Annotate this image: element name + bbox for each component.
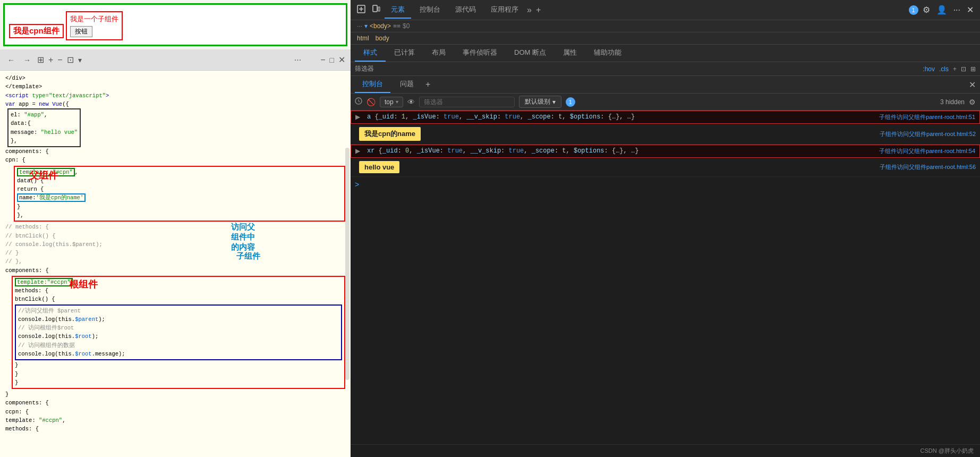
devtools-badge: 1 xyxy=(909,5,918,15)
eye-icon[interactable]: 👁 xyxy=(407,98,415,106)
entry-expand-1[interactable]: ▶ xyxy=(355,113,363,121)
dom-equals: == xyxy=(393,22,400,30)
left-panel: 我是cpn组件 我是一个子组件 按钮 ← → ⊞ + − ⊡ ▾ ··· − □… xyxy=(0,0,351,457)
more-tabs-icon[interactable]: » xyxy=(527,5,532,15)
devtools-topbar: 元素 控制台 源代码 应用程序 » + 1 ⚙ 👤 ··· ✕ xyxy=(351,0,980,20)
entry-link-1[interactable]: 子组件访问父组件parent-root.html:51 xyxy=(879,113,975,121)
console-entry-3: ▶ xr {_uid: 0, _isVue: true, __v_skip: t… xyxy=(351,145,980,158)
body-crumb[interactable]: body xyxy=(376,35,389,42)
console-filter-input[interactable] xyxy=(419,97,515,107)
entry-content-1: a {_uid: 1, _isVue: true, __v_skip: true… xyxy=(367,113,875,121)
html-body-bar: html body xyxy=(351,32,980,45)
yellow-box-2: hello vue xyxy=(359,161,399,173)
console-settings-icon[interactable]: ⚙ xyxy=(969,98,976,106)
breadcrumb-arrow: ▾ xyxy=(364,22,368,30)
close-console-btn[interactable]: ✕ xyxy=(969,80,976,90)
tab-elements[interactable]: 元素 xyxy=(385,2,411,19)
console-entries: ▶ a {_uid: 1, _isVue: true, __v_skip: tr… xyxy=(351,111,980,444)
browser-toolbar: ← → ⊞ + − ⊡ ▾ ··· − □ ✕ xyxy=(0,49,351,71)
bottom-bar: CSDN @胖头小奶虎 xyxy=(351,444,980,457)
inspect-button[interactable] xyxy=(355,3,368,17)
close-btn[interactable]: ✕ xyxy=(338,55,345,65)
add-tab-icon[interactable]: + xyxy=(534,3,543,17)
grid-icon: ⊞ xyxy=(37,55,44,65)
tab-application[interactable]: 应用程序 xyxy=(484,2,525,19)
console-tabs: 控制台 问题 + ✕ xyxy=(351,76,980,94)
breadcrumb-dots: ··· xyxy=(357,22,362,30)
cls-button[interactable]: .cls xyxy=(939,65,949,73)
tab-layout[interactable]: 布局 xyxy=(423,45,454,62)
html-crumb[interactable]: html xyxy=(357,35,369,42)
tab-styles[interactable]: 样式 xyxy=(355,45,386,62)
top-label: top xyxy=(385,98,394,106)
console-tab-main[interactable]: 控制台 xyxy=(355,76,390,93)
code-area: </div> </template> <script type="text/ja… xyxy=(0,71,351,436)
svg-rect-2 xyxy=(378,7,380,11)
devtools-settings-btn[interactable]: ⚙ xyxy=(921,3,932,17)
zoom-in-icon[interactable]: + xyxy=(48,55,53,65)
ban-icon[interactable]: 🚫 xyxy=(367,98,376,106)
devtools-close-btn[interactable]: ✕ xyxy=(965,3,976,17)
add-filter-btn[interactable]: + xyxy=(953,65,957,73)
console-prompt[interactable]: > xyxy=(351,177,980,192)
zoom-out-icon[interactable]: − xyxy=(57,55,62,65)
dom-breadcrumb: ··· ▾ <body> == $0 xyxy=(351,20,980,32)
level-arrow: ▾ xyxy=(552,98,556,106)
top-selector[interactable]: top ▾ xyxy=(380,97,403,107)
level-label: 默认级别 xyxy=(525,97,550,106)
forward-button[interactable]: → xyxy=(21,55,33,65)
tab-sources[interactable]: 源代码 xyxy=(449,2,482,19)
default-level-button[interactable]: 默认级别 ▾ xyxy=(519,96,561,108)
tab-event-listeners[interactable]: 事件侦听器 xyxy=(454,45,506,62)
entry-content-3: xr {_uid: 0, _isVue: true, __v_skip: tru… xyxy=(367,147,875,155)
preview-title: 我是cpn组件 xyxy=(9,24,64,38)
console-entry-4: hello vue 子组件访问父组件parent-root.html:56 xyxy=(351,158,980,177)
svg-rect-1 xyxy=(373,5,377,12)
preview-button[interactable]: 按钮 xyxy=(70,26,92,37)
csdn-attribution: CSDN @胖头小奶虎 xyxy=(921,447,974,454)
more-btn[interactable]: ··· xyxy=(294,55,301,65)
dom-body-tag[interactable]: <body> xyxy=(370,22,391,30)
hov-button[interactable]: :hov xyxy=(923,65,935,73)
console-entry-2: 我是cpn的name 子组件访问父组件parent-root.html:52 xyxy=(351,124,980,145)
devtools-more-btn[interactable]: ··· xyxy=(951,3,962,17)
tab-console[interactable]: 控制台 xyxy=(413,2,447,19)
console-badge: 1 xyxy=(566,97,575,107)
add-console-tab[interactable]: + xyxy=(425,80,430,89)
filter-label: 筛选器 xyxy=(355,64,374,73)
tab-accessibility[interactable]: 辅助功能 xyxy=(585,45,630,62)
dropdown-icon[interactable]: ▾ xyxy=(78,56,82,64)
back-button[interactable]: ← xyxy=(5,55,17,65)
tab-properties[interactable]: 属性 xyxy=(555,45,585,62)
frame-icon[interactable]: ⊡ xyxy=(67,55,74,65)
entry-link-4[interactable]: 子组件访问父组件parent-root.html:56 xyxy=(880,163,976,171)
yellow-box-1: 我是cpn的name xyxy=(359,127,421,141)
stream-icon xyxy=(355,97,362,106)
entry-expand-3[interactable]: ▶ xyxy=(355,147,363,155)
maximize-btn[interactable]: □ xyxy=(330,56,334,64)
dom-dollar: $0 xyxy=(403,22,410,30)
devtools-user-btn[interactable]: 👤 xyxy=(934,3,949,17)
tab-computed[interactable]: 已计算 xyxy=(386,45,423,62)
console-toolbar: 🚫 top ▾ 👁 默认级别 ▾ 1 3 hidden ⚙ xyxy=(351,94,980,111)
minimize-btn[interactable]: − xyxy=(320,55,325,65)
entry-link-2[interactable]: 子组件访问父组件parent-root.html:52 xyxy=(880,130,976,138)
filter-bar: 筛选器 :hov .cls + ⊡ ⊞ xyxy=(351,62,980,76)
preview-subtitle: 我是一个子组件 xyxy=(70,14,118,24)
styles-tabs: 样式 已计算 布局 事件侦听器 DOM 断点 属性 辅助功能 xyxy=(351,45,980,62)
devtools-panel: 元素 控制台 源代码 应用程序 » + 1 ⚙ 👤 ··· ✕ ··· ▾ <b… xyxy=(351,0,980,457)
console-entry-1: ▶ a {_uid: 1, _isVue: true, __v_skip: tr… xyxy=(351,111,980,124)
entry-link-3[interactable]: 子组件访问父组件parent-root.html:54 xyxy=(879,147,975,155)
filter-icon1[interactable]: ⊡ xyxy=(961,65,966,73)
tab-dom-breakpoints[interactable]: DOM 断点 xyxy=(506,45,555,62)
device-toggle-button[interactable] xyxy=(370,3,382,17)
hidden-count: 3 hidden xyxy=(940,98,965,106)
filter-icon2[interactable]: ⊞ xyxy=(970,65,976,73)
console-tab-issues[interactable]: 问题 xyxy=(393,76,421,93)
top-dropdown-arrow: ▾ xyxy=(396,99,398,105)
